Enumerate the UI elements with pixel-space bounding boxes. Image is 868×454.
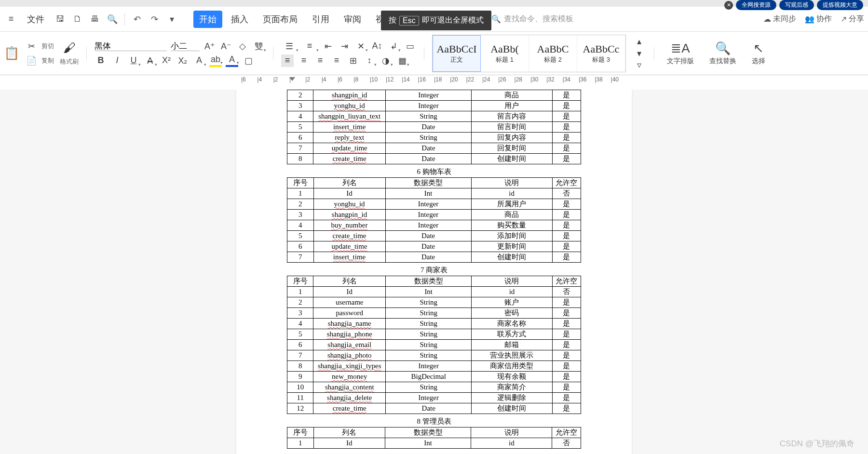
cloud-icon: ☁ xyxy=(763,14,771,24)
data-table: 序号列名数据类型说明允许空1IdIntid否 xyxy=(287,427,581,449)
esc-fullscreen-tip: 按 Esc 即可退出全屏模式 xyxy=(381,11,491,30)
clear-format-icon[interactable]: ◇ xyxy=(236,40,249,53)
styles-more-icon[interactable]: ▿ xyxy=(633,59,645,71)
table-row: 1IdIntid否 xyxy=(287,438,581,449)
align-center-icon[interactable]: ≡ xyxy=(298,54,310,67)
shading-icon[interactable]: ◑ xyxy=(380,54,392,67)
style-标题 3[interactable]: AaBbCc标题 3 xyxy=(577,35,625,72)
cut-icon[interactable]: ✂ xyxy=(25,40,38,53)
align-right-icon[interactable]: ≡ xyxy=(314,54,326,67)
document-page[interactable]: 2shangpin_idInteger商品是3yonghu_idInteger用… xyxy=(236,90,632,454)
numbering-icon[interactable]: ≡ xyxy=(301,40,318,53)
table-row: 7update_timeDate回复时间是 xyxy=(287,143,581,154)
styles-up-icon[interactable]: ▴ xyxy=(633,36,645,48)
print-preview-icon[interactable]: 🗋 xyxy=(70,12,85,27)
table-row: 1IdIntid否 xyxy=(287,287,581,297)
menu-ref[interactable]: 引用 xyxy=(306,11,335,28)
menu-icon[interactable]: ≡ xyxy=(4,12,18,27)
select-button[interactable]: ↖选择 xyxy=(747,41,770,66)
pill-3[interactable]: 提炼视频大意 xyxy=(817,0,863,10)
show-marks-icon[interactable]: ▭ xyxy=(404,40,416,53)
paste-group[interactable]: 📋 xyxy=(4,46,19,61)
table-caption: 6 购物车表 xyxy=(251,167,617,176)
pill-2[interactable]: 写观后感 xyxy=(779,0,814,10)
indent-icon[interactable]: ⇥ xyxy=(338,40,351,53)
table-row: 2yonghu_idInteger所属用户是 xyxy=(287,199,581,210)
style-标题 1[interactable]: AaBb(标题 1 xyxy=(481,35,529,72)
table-caption: 8 管理员表 xyxy=(251,417,617,426)
borders-icon[interactable]: ▦ xyxy=(396,54,408,67)
superscript-icon[interactable]: X² xyxy=(160,54,173,67)
align-justify-icon[interactable]: ≡ xyxy=(330,54,343,67)
preview-icon[interactable]: 🔍 xyxy=(105,12,120,27)
pill-1[interactable]: 全网搜资源 xyxy=(736,0,776,10)
table-row: 7shangjia_photoString营业执照展示是 xyxy=(287,350,581,361)
table-row: 6shangjia_emailString邮箱是 xyxy=(287,340,581,350)
search-box[interactable]: 🔍 查找命令、搜索模板 xyxy=(491,14,573,24)
data-table: 序号列名数据类型说明允许空1IdIntid否2yonghu_idInteger所… xyxy=(287,177,581,263)
align-distribute-icon[interactable]: ⊞ xyxy=(347,54,359,67)
document-viewport: 2shangpin_idInteger商品是3yonghu_idInteger用… xyxy=(0,90,868,454)
people-icon: 👥 xyxy=(805,14,814,24)
menu-file[interactable]: 文件 xyxy=(21,11,50,28)
table-row: 4shangpin_liuyan_textString留言内容是 xyxy=(287,111,581,122)
table-row: 4buy_numberInteger购买数量是 xyxy=(287,220,581,231)
share-button[interactable]: ↗分享 xyxy=(841,14,864,24)
table-row: 6reply_textString回复内容是 xyxy=(287,133,581,143)
text-direction-icon[interactable]: A↕ xyxy=(371,40,383,53)
more-qat-icon[interactable]: ▾ xyxy=(164,12,179,27)
table-caption: 7 商家表 xyxy=(251,266,617,275)
table-row: 8create_timeDate创建时间是 xyxy=(287,154,581,164)
shrink-font-icon[interactable]: A⁻ xyxy=(220,40,232,53)
undo-icon[interactable]: ↶ xyxy=(130,12,144,27)
char-border-icon[interactable]: ▢ xyxy=(242,54,255,67)
text-effect-icon[interactable]: A xyxy=(193,54,205,67)
format-painter[interactable]: 🖌 格式刷 xyxy=(60,40,79,66)
outdent-icon[interactable]: ⇤ xyxy=(322,40,334,53)
font-name-select[interactable] xyxy=(95,41,167,51)
csdn-watermark: CSDN @飞翔的佩奇 xyxy=(780,438,854,449)
align-left-icon[interactable]: ≡ xyxy=(281,54,294,67)
top-actions: ☁未同步 👥协作 ↗分享 xyxy=(763,14,864,24)
redo-icon[interactable]: ↷ xyxy=(147,12,162,27)
text-layout-button[interactable]: ≣A文字排版 xyxy=(662,41,699,66)
phonetic-icon[interactable]: 雙 xyxy=(253,40,265,53)
underline-icon[interactable]: U xyxy=(127,54,140,67)
menu-start[interactable]: 开始 xyxy=(193,11,222,28)
style-标题 2[interactable]: AaBbC标题 2 xyxy=(529,35,577,72)
style-正文[interactable]: AaBbCcI正文 xyxy=(433,35,481,72)
find-replace-button[interactable]: 🔍查找替换 xyxy=(705,41,741,66)
bullets-icon[interactable]: ☰ xyxy=(281,40,298,53)
styles-gallery[interactable]: AaBbCcI正文AaBb(标题 1AaBbC标题 2AaBbCc标题 3 xyxy=(432,35,626,72)
save-icon[interactable]: 🖫 xyxy=(53,12,68,27)
indent-marker-icon[interactable] xyxy=(289,77,295,81)
sync-status[interactable]: ☁未同步 xyxy=(763,14,796,24)
copy-icon[interactable]: 📄 xyxy=(25,54,38,67)
font-size-select[interactable] xyxy=(171,41,200,51)
close-icon[interactable]: ✕ xyxy=(724,1,733,10)
styles-down-icon[interactable]: ▾ xyxy=(633,47,645,59)
italic-icon[interactable]: I xyxy=(111,54,123,67)
ruler[interactable]: |6|4|2||2|4|6|8|10|12|14|16|18|20|22|24|… xyxy=(0,75,868,88)
table-row: 5create_timeDate添加时间是 xyxy=(287,231,581,241)
font-color-icon[interactable]: A xyxy=(226,54,238,67)
magnifier-icon: 🔍 xyxy=(715,41,731,56)
menu-layout[interactable]: 页面布局 xyxy=(257,11,303,28)
cursor-icon: ↖ xyxy=(753,41,764,56)
highlight-icon[interactable]: ab xyxy=(209,54,222,67)
print-icon[interactable]: 🖶 xyxy=(88,12,102,27)
paste-icon: 📋 xyxy=(4,46,19,61)
text-layout-icon: ≣A xyxy=(671,41,690,56)
share-icon: ↗ xyxy=(841,14,847,24)
strike-icon[interactable]: A̶ xyxy=(144,54,156,67)
line-break-icon[interactable]: ↲ xyxy=(387,40,400,53)
menu-insert[interactable]: 插入 xyxy=(225,11,254,28)
menu-review[interactable]: 审阅 xyxy=(338,11,367,28)
collab-button[interactable]: 👥协作 xyxy=(805,14,832,24)
subscript-icon[interactable]: X₂ xyxy=(176,54,189,67)
line-spacing-icon[interactable]: ↕ xyxy=(363,54,376,67)
table-row: 9new_moneyBigDecimal现有余额是 xyxy=(287,372,581,382)
bold-icon[interactable]: B xyxy=(95,54,107,67)
sort-icon[interactable]: ✕ xyxy=(354,40,367,53)
grow-font-icon[interactable]: A⁺ xyxy=(203,40,216,53)
